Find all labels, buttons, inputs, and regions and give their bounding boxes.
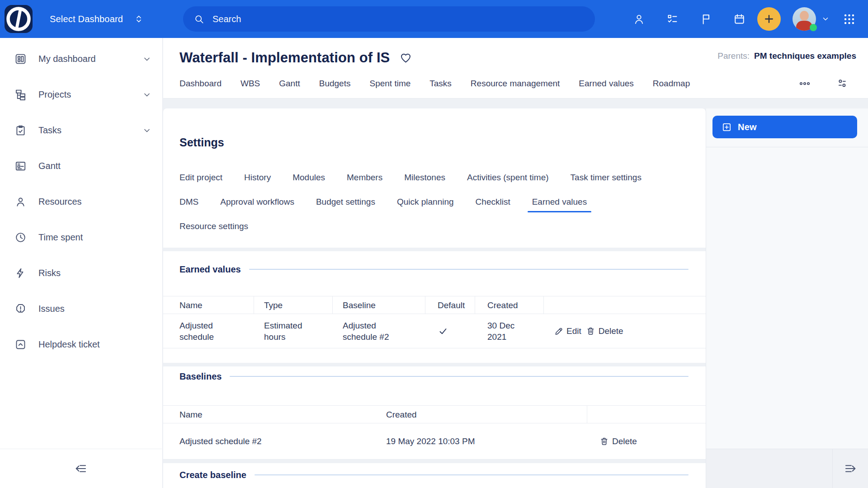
quick-add-button[interactable] [757, 7, 781, 31]
projects-icon [14, 89, 27, 101]
sidebar-item-label: Time spent [38, 232, 83, 243]
earned-value-row: Adjusted scheduleEstimated hoursAdjusted… [163, 314, 706, 348]
sidebar-item-my-dashboard[interactable]: My dashboard [0, 41, 162, 77]
section-rule [249, 269, 689, 270]
tab-resource-management[interactable]: Resource management [471, 79, 560, 89]
new-button[interactable]: New [712, 116, 857, 138]
chevron-down-icon[interactable] [142, 55, 151, 64]
cell-created: 19 May 2022 10:03 PM [369, 436, 587, 447]
cell-name: Adjusted schedule #2 [163, 436, 369, 447]
project-header: Waterfall - Implementation of IS Parents… [163, 38, 868, 99]
more-tabs-icon[interactable] [799, 78, 811, 89]
tab-dashboard[interactable]: Dashboard [179, 79, 222, 89]
settings-link-approval-workflows[interactable]: Approval workflows [220, 197, 294, 207]
pencil-icon [554, 326, 563, 336]
sidebar-item-tasks[interactable]: Tasks [0, 113, 162, 148]
settings-link-members[interactable]: Members [347, 173, 382, 183]
sidebar-footer [0, 449, 162, 488]
column-header-created: Created [475, 296, 544, 314]
sidebar-item-helpdesk-ticket[interactable]: Helpdesk ticket [0, 327, 162, 362]
sidebar-item-risks[interactable]: Risks [0, 255, 162, 291]
tab-gantt[interactable]: Gantt [279, 79, 300, 89]
tab-spent-time[interactable]: Spent time [369, 79, 410, 89]
user-icon[interactable] [633, 13, 645, 25]
global-search[interactable] [183, 6, 595, 32]
topbar-actions [633, 0, 855, 38]
section-divider [163, 248, 706, 251]
cell-type: Estimated hours [254, 320, 333, 343]
tab-roadmap[interactable]: Roadmap [653, 79, 690, 89]
settings-link-modules[interactable]: Modules [292, 173, 325, 183]
status-dot [810, 24, 817, 31]
tab-settings-icon[interactable] [836, 78, 848, 89]
settings-link-edit-project[interactable]: Edit project [179, 173, 222, 183]
settings-link-budget-settings[interactable]: Budget settings [316, 197, 375, 207]
panel-footer [706, 449, 868, 488]
sidebar-item-gantt[interactable]: Gantt [0, 148, 162, 184]
tab-earned-values[interactable]: Earned values [579, 79, 633, 89]
chevron-down-icon[interactable] [142, 126, 151, 135]
favorite-heart-icon[interactable] [400, 52, 412, 64]
plus-icon [763, 13, 775, 25]
settings-link-history[interactable]: History [244, 173, 271, 183]
baselines-table: NameCreatedAdjusted schedule #219 May 20… [163, 405, 706, 460]
panel-divider [706, 147, 868, 147]
tab-wbs[interactable]: WBS [241, 79, 260, 89]
create-baseline-heading: Create baseline [179, 469, 246, 481]
sidebar-item-label: Resources [38, 197, 82, 207]
sidebar-item-resources[interactable]: Resources [0, 184, 162, 220]
delete-button[interactable]: Delete [586, 325, 623, 337]
project-tabs: DashboardWBSGanttBudgetsSpent timeTasksR… [179, 76, 690, 91]
collapse-sidebar-icon[interactable] [73, 462, 89, 475]
column-header-actions [587, 406, 706, 423]
app-logo[interactable] [5, 5, 33, 33]
cell-name: Adjusted schedule [163, 320, 254, 343]
check-icon [438, 326, 448, 337]
avatar[interactable] [793, 7, 816, 31]
tab-tasks[interactable]: Tasks [429, 79, 452, 89]
apps-grid-icon[interactable] [843, 13, 855, 25]
table-header-row: NameCreated [163, 405, 706, 423]
parents-label: Parents: [717, 51, 750, 61]
new-button-label: New [738, 122, 757, 132]
settings-link-resource-settings[interactable]: Resource settings [179, 221, 248, 231]
trash-icon [586, 326, 595, 336]
sidebar-item-label: Risks [38, 268, 61, 278]
table-header-row: NameTypeBaselineDefaultCreated [163, 296, 706, 314]
sidebar-nav: My dashboardProjectsTasksGanttResourcesT… [0, 38, 162, 362]
chevron-down-icon[interactable] [821, 15, 830, 23]
tasks-icon [14, 124, 27, 136]
parents-link[interactable]: PM techniques examples [754, 51, 856, 61]
delete-label: Delete [599, 325, 623, 337]
sidebar-item-issues[interactable]: Issues [0, 291, 162, 327]
edit-button[interactable]: Edit [554, 325, 581, 337]
backdrop-strip [163, 99, 868, 108]
calendar-icon[interactable] [733, 13, 745, 25]
search-input[interactable] [212, 14, 590, 25]
breadcrumb: Parents: PM techniques examples [717, 51, 856, 61]
settings-link-milestones[interactable]: Milestones [404, 173, 445, 183]
settings-link-checklist[interactable]: Checklist [476, 197, 510, 207]
cell-created: 30 Dec 2021 [475, 320, 544, 343]
sidebar-item-projects[interactable]: Projects [0, 77, 162, 113]
expand-panel-icon[interactable] [843, 462, 858, 475]
tab-budgets[interactable]: Budgets [319, 79, 351, 89]
clock-icon [14, 231, 27, 244]
sidebar-item-time-spent[interactable]: Time spent [0, 220, 162, 255]
flag-icon[interactable] [700, 13, 712, 25]
section-divider [163, 363, 706, 366]
settings-link-dms[interactable]: DMS [179, 197, 198, 207]
column-header-type: Type [254, 296, 333, 314]
sidebar-item-label: My dashboard [38, 54, 96, 64]
dashboard-selector[interactable]: Select Dashboard [50, 0, 144, 38]
sidebar-item-label: Projects [38, 89, 71, 100]
settings-link-quick-planning[interactable]: Quick planning [397, 197, 454, 207]
select-chevrons-icon[interactable] [134, 13, 144, 25]
chevron-down-icon[interactable] [142, 90, 151, 99]
column-header-default: Default [425, 296, 475, 314]
settings-link-earned-values[interactable]: Earned values [532, 197, 587, 207]
settings-link-activities-spent-time[interactable]: Activities (spent time) [467, 173, 549, 183]
delete-button[interactable]: Delete [599, 436, 637, 447]
checklist-icon[interactable] [666, 13, 679, 25]
settings-link-task-timer-settings[interactable]: Task timer settings [571, 173, 642, 183]
